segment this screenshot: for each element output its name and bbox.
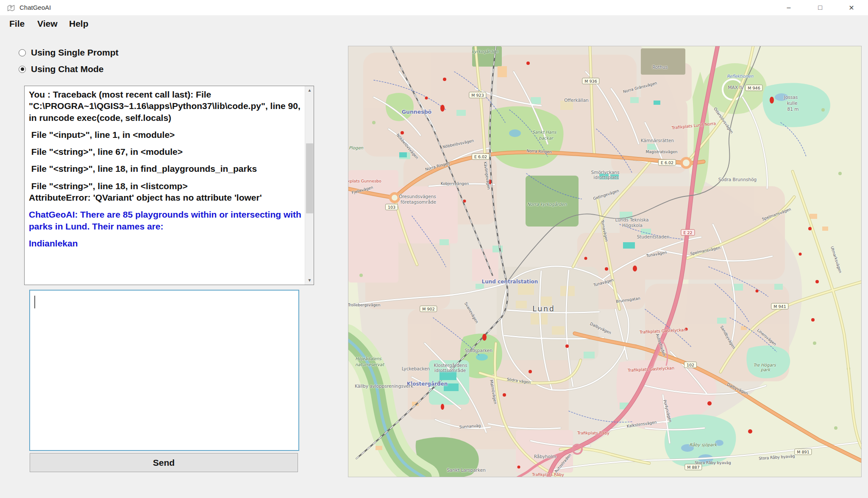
map-label: Sankt Larsparken xyxy=(447,467,486,473)
map-label: Stora Råby byaväg xyxy=(759,454,795,461)
map-label: Norra kyrkogården xyxy=(527,202,566,207)
map-label: kulle xyxy=(787,101,798,106)
radio-single-prompt-label: Using Single Prompt xyxy=(31,48,119,58)
map-label: Nöbbelövsvägen xyxy=(395,133,419,160)
map-label: Dalbyvägen xyxy=(726,382,749,396)
close-button[interactable]: ✕ xyxy=(845,4,858,12)
chat-message: ChatGeoAI: There are 85 playgrounds with… xyxy=(29,209,301,232)
map-label: Sandbyvägen xyxy=(719,325,736,350)
map-label: Dalbyvägen xyxy=(590,322,612,335)
map-label: Rothus xyxy=(652,64,668,70)
map-label: Magistratsvägen xyxy=(646,150,678,154)
map-label: Norra Ringen xyxy=(526,148,552,154)
map-label: Linerovägen xyxy=(757,328,777,346)
road-shield: E 6.02 xyxy=(472,154,490,160)
send-button[interactable]: Send xyxy=(30,453,298,472)
chat-scrollbar[interactable]: ▲ ▼ xyxy=(305,86,314,285)
chat-message: Indianlekan xyxy=(29,238,301,249)
map-label: Södra vägen xyxy=(506,377,531,385)
map-label: Trafikplats Gastelyckan xyxy=(640,327,687,335)
title-bar: ChatGeoAI – □ ✕ xyxy=(0,0,868,15)
map-label: Svanevägen xyxy=(464,301,479,324)
menu-bar: File View Help xyxy=(0,15,868,34)
map-label: Odarslövsvägen xyxy=(713,106,734,134)
maximize-button[interactable]: □ xyxy=(814,4,826,11)
map-label: Offerkällan xyxy=(564,98,589,103)
map-label: Trollebergsvägen xyxy=(348,303,380,307)
map-label: Öresundsvägens xyxy=(399,194,436,199)
map-label: Råby sjöpark xyxy=(690,442,717,447)
road-shield: E 22 xyxy=(681,229,695,236)
road-shield: 102 xyxy=(684,362,697,368)
map-label: Jossas xyxy=(784,95,798,100)
radio-single-prompt[interactable]: Using Single Prompt xyxy=(19,48,119,57)
map-label: Utmarksvägen xyxy=(830,246,843,274)
map-label: Norra Gränsvägen xyxy=(623,81,657,94)
map-label: Sankt Hans xyxy=(532,130,556,134)
map-view[interactable]: GunnesböLund centralstationKlostergården… xyxy=(348,46,862,477)
map-label: Fjelievägen xyxy=(351,185,373,195)
map-label: Autostraden xyxy=(554,453,572,474)
map-label: Reflektionen xyxy=(727,74,754,78)
map-label: Trafikplats Råby xyxy=(577,431,609,435)
map-label: Tunavägen xyxy=(646,250,667,258)
road-shield: M 923 xyxy=(469,92,486,98)
minimize-button[interactable]: – xyxy=(782,4,795,11)
map-label: Kobjersvängen xyxy=(441,182,469,186)
map-label: Tunavägen xyxy=(593,278,614,287)
road-shield: M 946 xyxy=(745,85,762,91)
radio-chat-mode-label: Using Chat Mode xyxy=(31,64,104,74)
map-label: 81 m xyxy=(787,106,799,112)
map-label: Kalkstensvägen xyxy=(626,420,657,428)
map-label: Råbyholm xyxy=(534,454,556,459)
radio-chat-mode-dot[interactable] xyxy=(19,66,26,73)
map-labels-layer: GunnesböLund centralstationKlostergården… xyxy=(348,46,861,477)
map-label: Malmövägen xyxy=(489,380,498,405)
scroll-down-icon[interactable]: ▼ xyxy=(305,276,314,285)
map-label: Källby avloppsreningsverk xyxy=(355,383,413,389)
map-label: Stadsparken xyxy=(465,348,492,353)
chat-log[interactable]: You : Traceback (most recent call last):… xyxy=(24,86,314,285)
map-label: kyrkogården xyxy=(472,49,498,54)
map-label: Lund centralstation xyxy=(482,279,538,285)
chat-message: File "<string>", line 18, in <listcomp> … xyxy=(29,180,301,204)
road-shield: E 6.02 xyxy=(658,159,676,166)
map-label: Södra Brunnshög xyxy=(718,177,757,182)
road-shield: M 936 xyxy=(582,78,599,84)
chat-message: File "<input>", line 1, in <module> xyxy=(29,129,301,140)
map-label: Spelmansvägen xyxy=(761,207,791,221)
map-label: park xyxy=(761,367,770,372)
map-label: Autostraden xyxy=(655,333,667,357)
map-label: Tornavägen xyxy=(600,220,609,242)
map-label: Lund xyxy=(532,305,555,313)
menu-view[interactable]: View xyxy=(37,19,57,29)
map-label: Studentstaden xyxy=(637,234,669,239)
road-shield: M 891 xyxy=(794,449,812,455)
menu-file[interactable]: File xyxy=(9,19,25,29)
map-label: naturreservat xyxy=(355,362,384,367)
road-shield: M 902 xyxy=(420,306,437,312)
map-label: Sunnanväg xyxy=(459,423,481,429)
road-shield: M 887 xyxy=(684,464,702,470)
map-label: Klostergårdens xyxy=(434,363,467,368)
map-label: företagsområde xyxy=(401,199,436,204)
radio-chat-mode[interactable]: Using Chat Mode xyxy=(19,64,104,74)
chat-message: File "<string>", line 18, in find_playgr… xyxy=(29,163,301,174)
map-label: Lyckebacken xyxy=(402,366,430,371)
map-label: Trafikplats Lund Norra xyxy=(672,121,716,130)
road-shield: M 941 xyxy=(771,303,788,310)
map-label: MAX IV xyxy=(728,85,743,90)
map-label: Kämnärsrätten xyxy=(641,138,674,143)
map-label: Trafikplats Gunnesbo xyxy=(348,179,381,183)
map-label: Gunnesbö xyxy=(402,109,431,115)
message-input[interactable] xyxy=(29,290,299,451)
menu-help[interactable]: Help xyxy=(69,19,89,29)
scroll-thumb[interactable] xyxy=(306,143,313,213)
map-label: Högskola xyxy=(622,223,643,228)
map-label: Trafikplats Råby xyxy=(532,472,564,477)
map-label: Spelmansvägen xyxy=(690,246,721,256)
chat-message: You : Traceback (most recent call last):… xyxy=(29,89,301,123)
radio-single-prompt-dot[interactable] xyxy=(19,49,26,56)
map-label: Plogen xyxy=(349,145,363,150)
scroll-up-icon[interactable]: ▲ xyxy=(305,86,314,95)
